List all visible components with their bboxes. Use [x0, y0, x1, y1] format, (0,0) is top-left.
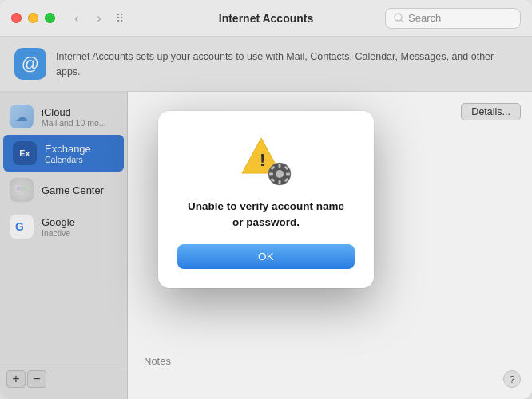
ok-button[interactable]: OK — [177, 244, 355, 269]
main-window: ‹ › ⠿ Internet Accounts Search @ Interne… — [0, 0, 532, 399]
svg-text:!: ! — [260, 150, 265, 170]
modal-overlay: ! — [0, 0, 532, 399]
alert-dialog: ! — [158, 111, 374, 288]
svg-rect-11 — [279, 164, 281, 168]
modal-message: Unable to verify account nameor password… — [188, 199, 344, 230]
svg-point-10 — [276, 170, 284, 178]
svg-rect-13 — [269, 172, 273, 175]
modal-icon-wrapper: ! — [240, 135, 292, 186]
svg-rect-14 — [286, 172, 290, 175]
settings-gear-icon — [268, 162, 292, 186]
svg-rect-12 — [279, 180, 281, 184]
